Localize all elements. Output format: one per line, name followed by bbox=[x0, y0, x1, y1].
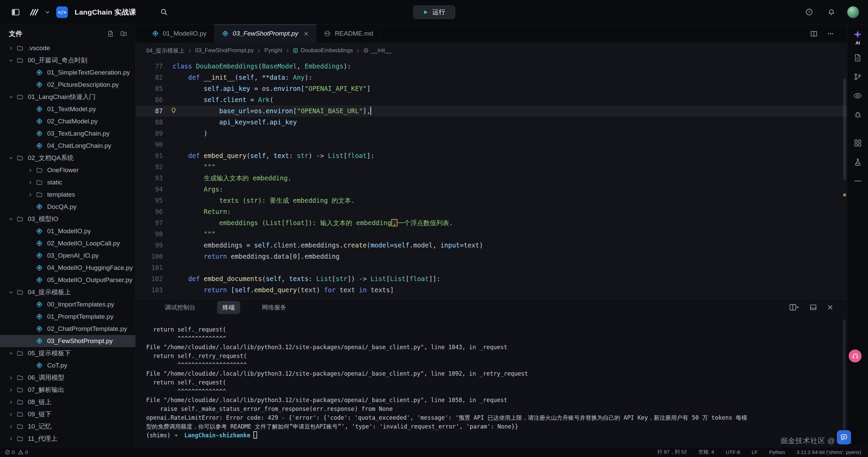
extensions-icon[interactable] bbox=[851, 136, 865, 150]
terminal-scrollbar[interactable] bbox=[843, 319, 846, 438]
tree-folder-00_开篇词_奇点时刻[interactable]: 00_开篇词_奇点时刻 bbox=[0, 54, 135, 66]
code-line-92[interactable]: 92 """ bbox=[136, 161, 847, 173]
tree-folder-.vscode[interactable]: .vscode bbox=[0, 42, 135, 54]
tree-file-04_ModelIO_HuggingFace.py[interactable]: 04_ModelIO_HuggingFace.py bbox=[0, 262, 135, 274]
more-actions-icon[interactable] bbox=[827, 30, 834, 37]
app-logo-icon[interactable] bbox=[28, 8, 39, 16]
close-tab-icon[interactable] bbox=[304, 31, 309, 36]
code-line-94[interactable]: 94 Args: bbox=[136, 184, 847, 195]
code-line-82[interactable]: 82 def __init__(self, **data: Any): bbox=[136, 72, 847, 83]
status-encoding[interactable]: UTF-8 bbox=[726, 449, 740, 455]
workspace-title[interactable]: LangChain 实战课 bbox=[75, 7, 136, 17]
breadcrumb-item-Pyright[interactable]: Pyright bbox=[264, 47, 282, 54]
tree-file-01_ModelIO.py[interactable]: 01_ModelIO.py bbox=[0, 225, 135, 237]
status-cursor-position[interactable]: 行 87，列 52 bbox=[657, 449, 687, 455]
new-folder-icon[interactable] bbox=[120, 30, 127, 37]
status-eol[interactable]: LF bbox=[752, 449, 758, 455]
tree-folder-08_链上[interactable]: 08_链上 bbox=[0, 396, 135, 408]
code-line-91[interactable]: 91 def embed_query(self, text: str) -> L… bbox=[136, 150, 847, 161]
tree-file-04_ChatLongChain.py[interactable]: 04_ChatLongChain.py bbox=[0, 140, 135, 152]
problems-warnings[interactable]: 0 bbox=[18, 449, 28, 455]
tree-folder-templates[interactable]: templates bbox=[0, 188, 135, 201]
tab-01_ModelIO.py[interactable]: 01_ModelIO.py bbox=[144, 24, 214, 43]
code-line-87[interactable]: 87 base_url=os.environ["OPENAI_BASE_URL"… bbox=[136, 105, 847, 117]
code-line-77[interactable]: 77class DoubaoEmbeddings(BaseModel, Embe… bbox=[136, 61, 847, 72]
bug-icon[interactable] bbox=[851, 108, 865, 121]
code-line-85[interactable]: 85 self.api_key = os.environ["OPENAI_API… bbox=[136, 83, 847, 94]
tree-file-03_FewShotPrompt.py[interactable]: 03_FewShotPrompt.py bbox=[0, 335, 135, 347]
status-interpreter[interactable]: 3.12.2 64-bit ('shims': pyenv) bbox=[796, 449, 861, 455]
tree-folder-05_提示模板下[interactable]: 05_提示模板下 bbox=[0, 347, 135, 359]
feedback-button[interactable] bbox=[837, 430, 851, 444]
tree-folder-03_模型IO[interactable]: 03_模型IO bbox=[0, 213, 135, 225]
tree-folder-static[interactable]: static bbox=[0, 176, 135, 188]
tree-file-03_TextLangChain.py[interactable]: 03_TextLangChain.py bbox=[0, 127, 135, 140]
file-search-icon[interactable] bbox=[851, 51, 865, 64]
tab-03_FewShotPrompt.py[interactable]: 03_FewShotPrompt.py bbox=[214, 24, 316, 43]
tree-file-01_SimpleTextGeneration.py[interactable]: 01_SimpleTextGeneration.py bbox=[0, 66, 135, 79]
notifications-button[interactable] bbox=[825, 5, 838, 19]
tree-file-02_ChatPromptTemplate.py[interactable]: 02_ChatPromptTemplate.py bbox=[0, 323, 135, 335]
tree-file-05_ModelIO_OutputParser.py[interactable]: 05_ModelIO_OutputParser.py bbox=[0, 274, 135, 286]
tree-folder-09_链下[interactable]: 09_链下 bbox=[0, 408, 135, 420]
code-line-86[interactable]: 86 self.client = Ark( bbox=[136, 94, 847, 105]
code-line-100[interactable]: 100 return embeddings.data[0].embedding bbox=[136, 251, 847, 262]
code-line-95[interactable]: 95 texts (str): 要生成 embedding 的文本. bbox=[136, 195, 847, 206]
chevron-down-icon[interactable] bbox=[45, 9, 50, 15]
beaker-icon[interactable] bbox=[851, 155, 865, 169]
tree-folder-04_提示模板上[interactable]: 04_提示模板上 bbox=[0, 286, 135, 298]
status-language-mode[interactable]: Python bbox=[769, 449, 785, 455]
code-line-96[interactable]: 96 Return: bbox=[136, 206, 847, 217]
code-line-88[interactable]: 88 api_key=self.api_key bbox=[136, 117, 847, 128]
breadcrumb-item-__init__[interactable]: __init__ bbox=[363, 47, 391, 54]
tree-file-02_ChatModel.py[interactable]: 02_ChatModel.py bbox=[0, 115, 135, 127]
tree-file-DocQA.py[interactable]: DocQA.py bbox=[0, 201, 135, 213]
close-panel-icon[interactable] bbox=[827, 304, 833, 311]
panel-tab-终端[interactable]: 终端 bbox=[217, 301, 240, 314]
code-line-93[interactable]: 93 生成输入文本的 embedding. bbox=[136, 173, 847, 184]
breadcrumb-item-03_FewShotPrompt.py[interactable]: 03_FewShotPrompt.py bbox=[195, 47, 254, 54]
tree-folder-07_解析输出[interactable]: 07_解析输出 bbox=[0, 384, 135, 396]
maximize-panel-icon[interactable] bbox=[810, 304, 817, 311]
tree-folder-10_记忆[interactable]: 10_记忆 bbox=[0, 420, 135, 433]
tree-file-00_ImportTemplates.py[interactable]: 00_ImportTemplates.py bbox=[0, 298, 135, 311]
more-dash-icon[interactable] bbox=[851, 174, 865, 188]
tree-file-01_PromptTemplate.py[interactable]: 01_PromptTemplate.py bbox=[0, 311, 135, 323]
code-line-90[interactable]: 90 bbox=[136, 139, 847, 150]
split-editor-icon[interactable] bbox=[810, 30, 817, 37]
source-control-icon[interactable] bbox=[851, 70, 865, 83]
code-line-99[interactable]: 99 embeddings = self.client.embeddings.c… bbox=[136, 240, 847, 251]
code-line-98[interactable]: 98 """ bbox=[136, 228, 847, 240]
breadcrumb-item-DoubaoEmbeddings[interactable]: DoubaoEmbeddings bbox=[293, 47, 353, 54]
tree-file-02_ModelIO_LoopCall.py[interactable]: 02_ModelIO_LoopCall.py bbox=[0, 237, 135, 250]
tree-folder-06_调用模型[interactable]: 06_调用模型 bbox=[0, 372, 135, 384]
tree-folder-OneFlower[interactable]: OneFlower bbox=[0, 164, 135, 176]
help-button[interactable]: ? bbox=[802, 5, 816, 19]
panel-tab-调试控制台[interactable]: 调试控制台 bbox=[159, 301, 201, 314]
tree-file-CoT.py[interactable]: CoT.py bbox=[0, 359, 135, 372]
tab-README.md[interactable]: README.md bbox=[316, 24, 381, 43]
lightbulb-icon[interactable] bbox=[170, 107, 177, 114]
editor-scrollbar[interactable] bbox=[843, 58, 846, 323]
tree-folder-01_LangChain快速入门[interactable]: 01_LangChain快速入门 bbox=[0, 91, 135, 103]
problems-errors[interactable]: 0 bbox=[5, 449, 15, 455]
new-file-icon[interactable] bbox=[107, 30, 114, 37]
breadcrumb-item-04_提示模板上[interactable]: 04_提示模板上 bbox=[146, 47, 185, 55]
tree-file-02_PictureDescription.py[interactable]: 02_PictureDescription.py bbox=[0, 79, 135, 91]
panel-tab-网络服务[interactable]: 网络服务 bbox=[256, 301, 292, 314]
user-avatar[interactable] bbox=[847, 6, 859, 18]
code-line-97[interactable]: 97 embeddings (List[float]): 输入文本的 embed… bbox=[136, 217, 847, 228]
panel-layout-icon[interactable] bbox=[789, 304, 799, 311]
terminal-output[interactable]: return self._request( ^^^^^^^^^^^^^^File… bbox=[136, 316, 847, 440]
search-button[interactable] bbox=[157, 5, 171, 19]
code-line-103[interactable]: 103 return [self.embed_query(text) for t… bbox=[136, 284, 847, 296]
code-line-102[interactable]: 102 def embed_documents(self, texts: Lis… bbox=[136, 273, 847, 284]
status-indentation[interactable]: 空格: 4 bbox=[698, 449, 714, 455]
code-line-89[interactable]: 89 ) bbox=[136, 128, 847, 139]
tree-folder-02_文档QA系统[interactable]: 02_文档QA系统 bbox=[0, 152, 135, 164]
code-line-101[interactable]: 101 bbox=[136, 262, 847, 273]
support-button[interactable] bbox=[849, 350, 862, 362]
eye-icon[interactable] bbox=[851, 89, 865, 102]
code-area[interactable]: 77class DoubaoEmbeddings(BaseModel, Embe… bbox=[136, 58, 847, 323]
toggle-sidebar-button[interactable] bbox=[9, 5, 22, 19]
